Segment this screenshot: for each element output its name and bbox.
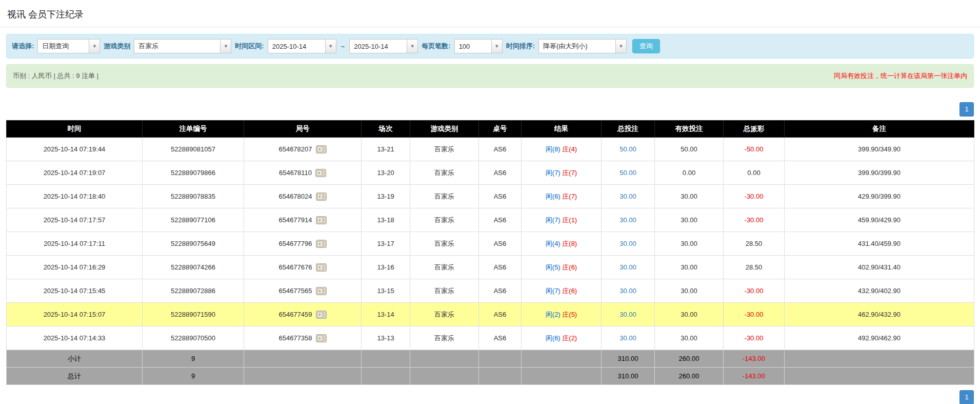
column-header: 注单编号 bbox=[143, 121, 244, 138]
search-button[interactable]: 查询 bbox=[632, 39, 660, 53]
sort-order-label: 时间排序: bbox=[506, 42, 535, 51]
video-replay-icon[interactable] bbox=[316, 263, 327, 272]
session-cell: 13-16 bbox=[362, 256, 410, 279]
chevron-down-icon[interactable]: ▼ bbox=[407, 39, 418, 53]
page-size-input[interactable] bbox=[454, 39, 491, 53]
round-number: 654677459 bbox=[278, 311, 312, 318]
total-bet-link[interactable]: 30.00 bbox=[619, 334, 636, 342]
bet-id-cell: 522889075649 bbox=[143, 232, 244, 256]
table-number-cell: AS6 bbox=[479, 185, 522, 208]
total-bet-link[interactable]: 30.00 bbox=[619, 216, 636, 224]
result-cell: 闲(7) 庄(6) bbox=[522, 279, 602, 303]
sort-order-input[interactable] bbox=[538, 39, 615, 53]
result-cell: 闲(8) 庄(4) bbox=[522, 138, 602, 161]
note-cell: 431.40/459.90 bbox=[785, 232, 974, 256]
round-cell: 654678024 bbox=[244, 185, 362, 208]
time-cell: 2025-10-14 07:18:40 bbox=[7, 185, 143, 208]
pagination-top: 1 bbox=[6, 102, 974, 117]
currency-total-text: 币别 : 人民币 | 总共 : 9 注单 | bbox=[13, 71, 98, 81]
date-range-label: 时间区间: bbox=[235, 42, 264, 51]
bet-id-cell: 522889072886 bbox=[143, 279, 244, 303]
records-table: 时间注单编号局号场次游戏类别桌号结果总投注有效投注总派彩备注 2025-10-1… bbox=[6, 120, 974, 385]
round-number: 654677358 bbox=[278, 334, 312, 342]
total-bet-link[interactable]: 50.00 bbox=[619, 145, 636, 153]
video-replay-icon[interactable] bbox=[316, 216, 327, 224]
total-bet-link[interactable]: 30.00 bbox=[619, 193, 636, 200]
column-header: 场次 bbox=[362, 121, 410, 138]
table-number-cell: AS6 bbox=[479, 326, 522, 350]
date-to-picker[interactable]: ▼ bbox=[349, 39, 418, 53]
summary-total-bet-cell: 310.00 bbox=[602, 368, 655, 385]
empty-cell bbox=[479, 350, 522, 368]
query-type-input[interactable] bbox=[37, 39, 89, 53]
result-cell: 闲(2) 庄(5) bbox=[522, 303, 602, 326]
total-bet-link[interactable]: 30.00 bbox=[619, 263, 636, 271]
payout-cell: -50.00 bbox=[724, 138, 785, 161]
valid-bet-cell: 30.00 bbox=[655, 326, 724, 350]
payout-cell: -30.00 bbox=[724, 326, 785, 350]
payout-cell: 28.50 bbox=[724, 232, 785, 256]
result-banker: 庄(8) bbox=[562, 240, 577, 247]
empty-cell bbox=[785, 368, 974, 385]
empty-cell bbox=[410, 368, 479, 385]
summary-valid-bet-cell: 260.00 bbox=[655, 350, 724, 368]
date-to-input[interactable] bbox=[349, 39, 407, 53]
page-1-button[interactable]: 1 bbox=[959, 390, 974, 404]
valid-bet-cell: 30.00 bbox=[655, 208, 724, 232]
game-type-cell: 百家乐 bbox=[410, 256, 479, 279]
page-title: 视讯 会员下注纪录 bbox=[7, 9, 84, 20]
payout-cell: -30.00 bbox=[724, 185, 785, 208]
column-header: 时间 bbox=[7, 121, 143, 138]
game-type-cell: 百家乐 bbox=[410, 279, 479, 303]
game-type-combobox[interactable]: ▼ bbox=[134, 39, 231, 53]
bet-id-cell: 522889081057 bbox=[143, 138, 244, 161]
total-bet-cell: 30.00 bbox=[602, 303, 655, 326]
empty-cell bbox=[410, 350, 479, 368]
round-number: 654678110 bbox=[279, 169, 312, 177]
table-number-cell: AS6 bbox=[479, 161, 522, 185]
video-replay-icon[interactable] bbox=[316, 334, 327, 342]
page-1-button[interactable]: 1 bbox=[959, 102, 974, 117]
video-replay-icon[interactable] bbox=[316, 287, 327, 295]
total-bet-link[interactable]: 30.00 bbox=[619, 240, 636, 247]
chevron-down-icon[interactable]: ▼ bbox=[325, 39, 336, 53]
total-bet-link[interactable]: 30.00 bbox=[619, 287, 636, 295]
date-from-picker[interactable]: ▼ bbox=[268, 39, 336, 53]
total-bet-cell: 50.00 bbox=[602, 161, 655, 185]
total-bet-link[interactable]: 30.00 bbox=[619, 311, 636, 318]
video-replay-icon[interactable] bbox=[315, 169, 326, 177]
table-body: 2025-10-14 07:19:44 522889081057 6546782… bbox=[7, 138, 974, 350]
page-size-combobox[interactable]: ▼ bbox=[454, 39, 503, 53]
result-player: 闲(6) bbox=[546, 193, 561, 200]
query-type-combobox[interactable]: ▼ bbox=[37, 39, 100, 53]
video-replay-icon[interactable] bbox=[316, 240, 327, 248]
column-header: 总派彩 bbox=[724, 121, 785, 138]
sort-order-combobox[interactable]: ▼ bbox=[538, 39, 627, 53]
session-cell: 13-17 bbox=[362, 232, 410, 256]
note-cell: 492.90/462.90 bbox=[785, 326, 974, 350]
chevron-down-icon[interactable]: ▼ bbox=[89, 39, 100, 53]
total-bet-cell: 30.00 bbox=[602, 232, 655, 256]
game-type-cell: 百家乐 bbox=[410, 138, 479, 161]
table-row: 2025-10-14 07:16:29 522889074266 6546776… bbox=[7, 256, 974, 279]
date-from-input[interactable] bbox=[268, 39, 325, 53]
game-type-label: 游戏类别 bbox=[104, 42, 130, 51]
summary-count-cell: 9 bbox=[143, 350, 244, 368]
chevron-down-icon[interactable]: ▼ bbox=[615, 39, 627, 53]
result-banker: 庄(6) bbox=[562, 263, 577, 271]
result-banker: 庄(7) bbox=[562, 169, 577, 177]
total-bet-link[interactable]: 50.00 bbox=[619, 169, 636, 177]
video-replay-icon[interactable] bbox=[316, 193, 327, 201]
chevron-down-icon[interactable]: ▼ bbox=[220, 39, 231, 53]
game-type-input[interactable] bbox=[134, 39, 220, 53]
result-banker: 庄(1) bbox=[562, 216, 577, 224]
video-replay-icon[interactable] bbox=[316, 145, 327, 153]
video-replay-icon[interactable] bbox=[316, 311, 327, 319]
note-cell: 399.90/399.90 bbox=[785, 161, 974, 185]
column-header: 局号 bbox=[244, 121, 362, 138]
time-cell: 2025-10-14 07:15:45 bbox=[7, 279, 143, 303]
payout-cell: 28.50 bbox=[724, 256, 785, 279]
column-header: 总投注 bbox=[602, 121, 655, 138]
chevron-down-icon[interactable]: ▼ bbox=[491, 39, 503, 53]
game-type-cell: 百家乐 bbox=[410, 161, 479, 185]
